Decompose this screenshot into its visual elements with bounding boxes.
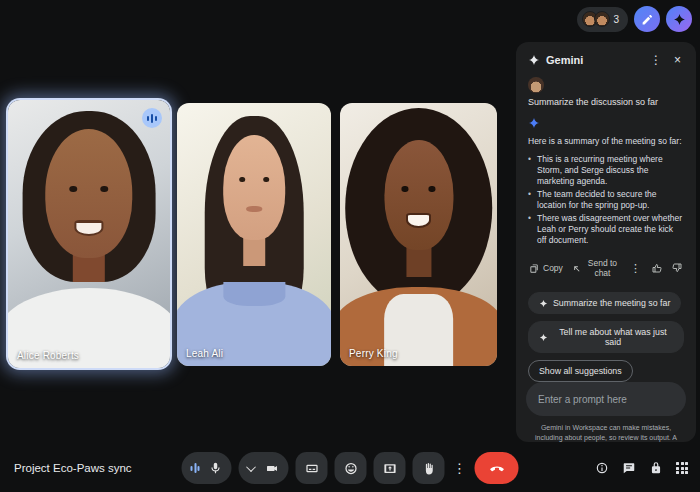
video-tile-alice[interactable]: Alice Roberts: [8, 100, 170, 368]
gemini-disclaimer: Gemini in Workspace can make mistakes, i…: [516, 423, 696, 442]
panel-more-options-button[interactable]: ⋮: [647, 52, 665, 68]
sparkle-icon: [528, 54, 540, 66]
participant-avatar-icon: [594, 11, 610, 27]
response-bullet: There was disagreement over whether Leah…: [528, 213, 684, 246]
user-avatar: [528, 77, 544, 93]
camera-button[interactable]: [239, 452, 289, 484]
top-bar: 3: [0, 0, 700, 40]
chat-button[interactable]: [622, 461, 636, 475]
participant-name: Leah Ali: [186, 348, 223, 359]
meeting-details-button[interactable]: [595, 461, 609, 475]
sparkle-icon: [673, 13, 686, 26]
captions-button[interactable]: [296, 452, 328, 484]
participant-video: [8, 100, 170, 368]
video-tile-perry[interactable]: Perry King: [340, 103, 497, 366]
suggestion-chip-summarize[interactable]: Summarize the meeting so far: [528, 292, 681, 314]
lock-icon: [649, 461, 663, 475]
sparkle-icon: [539, 299, 548, 308]
camera-icon: [264, 461, 279, 476]
chat-icon: [622, 461, 636, 475]
thumbs-up-button[interactable]: [650, 260, 664, 276]
response-intro: Here is a summary of the meeting so far:: [528, 136, 684, 147]
activities-grid-icon: [676, 462, 688, 474]
prompt-input[interactable]: [526, 382, 686, 416]
gemini-response-sparkle-icon: [528, 117, 684, 129]
reactions-button[interactable]: [335, 452, 367, 484]
response-more-options-button[interactable]: ⋮: [627, 261, 644, 276]
speaking-indicator-icon: [142, 108, 162, 128]
chevron-down-icon: [246, 462, 256, 472]
present-icon: [382, 461, 397, 476]
meet-window: 3 Alice Roberts Leah Ali: [0, 0, 700, 492]
send-to-chat-button[interactable]: Send to chat: [570, 256, 621, 280]
thumbs-up-icon: [651, 262, 663, 274]
suggestion-chip-just-said[interactable]: Tell me about what was just said: [528, 321, 684, 353]
participant-name: Alice Roberts: [17, 350, 79, 361]
panel-title: Gemini: [546, 54, 641, 66]
gemini-panel: Gemini ⋮ × Summarize the discussion so f…: [516, 42, 696, 442]
smiley-icon: [343, 461, 358, 476]
response-bullet: The team decided to secure the location …: [528, 189, 684, 211]
end-call-button[interactable]: [475, 452, 519, 484]
hand-icon: [421, 461, 436, 476]
participant-name: Perry King: [349, 348, 398, 359]
panel-close-button[interactable]: ×: [671, 52, 684, 68]
gemini-button[interactable]: [666, 6, 692, 32]
mic-icon: [209, 461, 223, 475]
copy-icon: [529, 263, 540, 274]
take-notes-gemini-button[interactable]: [634, 6, 660, 32]
meeting-info-controls: [595, 461, 688, 475]
user-message-block: Summarize the discussion so far: [516, 75, 696, 107]
microphone-button[interactable]: [182, 452, 232, 484]
phone-hangup-icon: [488, 460, 505, 477]
user-message: Summarize the discussion so far: [528, 97, 684, 107]
host-controls-button[interactable]: [649, 461, 663, 475]
gemini-panel-header: Gemini ⋮ ×: [516, 42, 696, 75]
participants-pill[interactable]: 3: [577, 7, 628, 32]
captions-icon: [304, 461, 319, 476]
video-tile-leah[interactable]: Leah Ali: [177, 103, 331, 366]
thumbs-down-button[interactable]: [670, 260, 684, 276]
gemini-response: Here is a summary of the meeting so far:…: [516, 136, 696, 248]
audio-level-icon: [190, 463, 200, 473]
meeting-title: Project Eco-Paws sync: [14, 462, 132, 474]
call-controls: ⋮: [182, 452, 519, 484]
participant-video: [177, 103, 331, 366]
pen-sparkle-icon: [641, 13, 654, 26]
info-icon: [595, 461, 609, 475]
response-actions: Copy Send to chat ⋮: [516, 248, 696, 280]
more-options-button[interactable]: ⋮: [452, 452, 468, 484]
present-screen-button[interactable]: [374, 452, 406, 484]
response-bullet-list: This is a recurring meeting where Storm,…: [528, 154, 684, 246]
activities-button[interactable]: [676, 462, 688, 474]
send-to-chat-arrow-icon: [571, 263, 582, 274]
thumbs-down-icon: [671, 262, 683, 274]
show-all-suggestions-button[interactable]: Show all suggestions: [528, 360, 633, 382]
participant-count: 3: [613, 14, 619, 25]
suggestion-chips: Summarize the meeting so far Tell me abo…: [516, 280, 696, 382]
bottom-bar: Project Eco-Paws sync: [0, 444, 700, 492]
response-bullet: This is a recurring meeting where Storm,…: [528, 154, 684, 187]
raise-hand-button[interactable]: [413, 452, 445, 484]
copy-button[interactable]: Copy: [528, 261, 564, 276]
sparkle-icon: [539, 333, 548, 342]
participant-video: [340, 103, 497, 366]
